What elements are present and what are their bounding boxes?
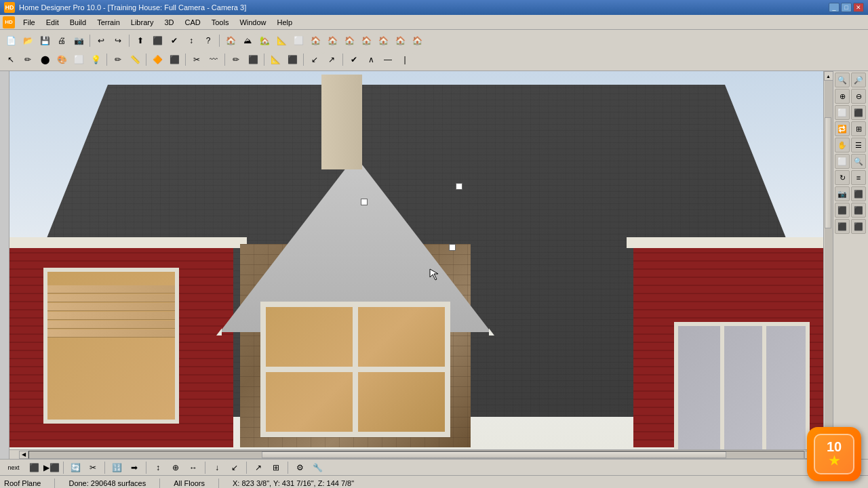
tb-camera-view-1[interactable]: 🏠 (222, 33, 239, 48)
tb-elevation-3[interactable]: 🏠 (341, 33, 357, 48)
rs-pan[interactable]: ✋ (835, 138, 850, 152)
tb-circle[interactable]: ⬤ (37, 52, 53, 67)
vertical-scrollbar[interactable]: ▲ ▼ (823, 71, 833, 459)
bt-move-v[interactable]: ↕ (150, 460, 166, 475)
bt-move-h[interactable]: ↔ (185, 460, 201, 475)
tb-wave[interactable]: 〰 (205, 52, 222, 67)
tb-arrow-select[interactable]: ↖ (3, 52, 19, 67)
minimize-button[interactable]: _ (829, 3, 840, 12)
v-scroll-track[interactable] (825, 81, 833, 449)
tb-camera-view-2[interactable]: 🏡 (256, 33, 273, 48)
close-button[interactable]: ✕ (853, 3, 864, 12)
tb-measure[interactable]: ↕ (183, 33, 199, 48)
tb-help[interactable]: ? (200, 33, 216, 48)
bt-move-down[interactable]: ↓ (209, 460, 225, 475)
bt-settings[interactable]: ⚙ (292, 460, 308, 475)
tb-angle[interactable]: 📐 (267, 52, 283, 67)
tb-terrain-view[interactable]: ⛰ (239, 33, 256, 48)
bt-arrow-r[interactable]: ➡ (126, 460, 142, 475)
rs-zoom-in[interactable]: 🔍 (835, 73, 850, 87)
scroll-thumb[interactable] (262, 451, 726, 458)
rs-render[interactable]: ⬛ (835, 203, 850, 218)
scroll-up-arrow[interactable]: ▲ (824, 71, 833, 81)
tb-elevation-6[interactable]: 🏠 (392, 33, 408, 48)
menu-window[interactable]: Window (234, 17, 271, 28)
bt-play[interactable]: ⬛ (26, 460, 42, 475)
menu-build[interactable]: Build (64, 17, 92, 28)
rs-list[interactable]: ⬛ (851, 219, 866, 234)
tb-print[interactable]: 🖨 (54, 33, 70, 48)
tb-undo[interactable]: ↩ (93, 33, 109, 48)
tb-line-tool[interactable]: 📏 (127, 52, 143, 67)
tb-material[interactable]: ⬜ (71, 52, 87, 67)
horizontal-scrollbar[interactable]: ◀ ▶ (9, 449, 823, 459)
tb-camera[interactable]: 📷 (71, 33, 87, 48)
menu-tools[interactable]: Tools (206, 17, 235, 28)
rs-materials[interactable]: ⬛ (835, 219, 850, 234)
rs-fit-all[interactable]: ⬛ (851, 105, 866, 120)
bt-rotate-3d[interactable]: 🔄 (67, 460, 83, 475)
3d-viewport[interactable] (9, 71, 823, 449)
tb-wall-view[interactable]: ⬜ (290, 33, 307, 48)
bt-tools[interactable]: 🔧 (309, 460, 326, 475)
bt-cut[interactable]: ✂ (85, 460, 101, 475)
rs-hand[interactable]: ☰ (851, 138, 866, 152)
tb-edit-2[interactable]: ✏ (228, 52, 244, 67)
scroll-left-arrow[interactable]: ◀ (19, 451, 28, 459)
menu-file[interactable]: File (18, 17, 41, 28)
handle-point-3[interactable] (449, 244, 456, 251)
tb-save[interactable]: 💾 (37, 33, 53, 48)
tb-v[interactable]: ✔ (346, 52, 362, 67)
tb-hatch[interactable]: ⬛ (166, 52, 182, 67)
rs-zoom-out[interactable]: 🔎 (851, 73, 866, 87)
bt-record[interactable]: ▶⬛ (43, 460, 60, 475)
tb-elevation-2[interactable]: 🏠 (324, 33, 340, 48)
menu-cad[interactable]: CAD (179, 17, 205, 28)
tb-caret[interactable]: ∧ (363, 52, 379, 67)
rs-select-region[interactable]: ⬜ (835, 154, 850, 169)
tb-box[interactable]: ⬛ (245, 52, 261, 67)
handle-point-2[interactable] (456, 183, 462, 190)
rs-zoom-in-2[interactable]: ⊕ (835, 89, 850, 104)
tb-light[interactable]: 💡 (87, 52, 104, 67)
tb-line-v[interactable]: | (397, 52, 413, 67)
menu-library[interactable]: Library (125, 17, 159, 28)
tb-open[interactable]: 📂 (20, 33, 36, 48)
tb-check[interactable]: ✔ (166, 33, 182, 48)
tb-draw-line[interactable]: ✏ (110, 52, 126, 67)
rs-layers[interactable]: ≡ (851, 170, 866, 185)
tb-up-arrow[interactable]: ↗ (323, 52, 340, 67)
tb-floor-plan[interactable]: 📐 (273, 33, 290, 48)
scroll-track[interactable] (28, 451, 804, 459)
maximize-button[interactable]: □ (841, 3, 852, 12)
menu-help[interactable]: Help (272, 17, 298, 28)
tb-elevation-1[interactable]: 🏠 (307, 33, 323, 48)
bt-corner[interactable]: ↗ (250, 460, 267, 475)
v-scroll-thumb[interactable] (825, 117, 831, 228)
rs-rotate[interactable]: 🔁 (835, 121, 850, 136)
tb-dimension[interactable]: 🔶 (149, 52, 165, 67)
rs-rotate-view[interactable]: ↻ (835, 170, 850, 185)
tb-cut[interactable]: ✂ (189, 52, 205, 67)
tb-elevation-7[interactable]: 🏠 (409, 33, 425, 48)
window-controls[interactable]: _ □ ✕ (829, 3, 864, 12)
rs-zoom-out-2[interactable]: ⊖ (851, 89, 866, 104)
tb-line-h[interactable]: — (380, 52, 396, 67)
bt-plus[interactable]: ⊕ (167, 460, 184, 475)
rs-camera[interactable]: 📷 (835, 186, 850, 201)
tb-elevation-4[interactable]: 🏠 (358, 33, 374, 48)
menu-edit[interactable]: Edit (41, 17, 64, 28)
tb-down-arrow[interactable]: ↙ (307, 52, 323, 67)
tb-select-objects[interactable]: ⬆ (132, 33, 149, 48)
bt-grid[interactable]: ⊞ (268, 460, 284, 475)
rs-walk[interactable]: ⬛ (851, 203, 866, 218)
tb-snap[interactable]: ⬛ (149, 33, 165, 48)
bt-num[interactable]: 🔢 (108, 460, 125, 475)
handle-point-1[interactable] (361, 199, 368, 205)
rs-magnify[interactable]: 🔍 (851, 154, 866, 169)
tb-new[interactable]: 📄 (3, 33, 19, 48)
bt-next[interactable]: next (3, 460, 24, 475)
menu-3d[interactable]: 3D (159, 17, 179, 28)
tb-redo[interactable]: ↪ (110, 33, 126, 48)
menu-terrain[interactable]: Terrain (92, 17, 125, 28)
